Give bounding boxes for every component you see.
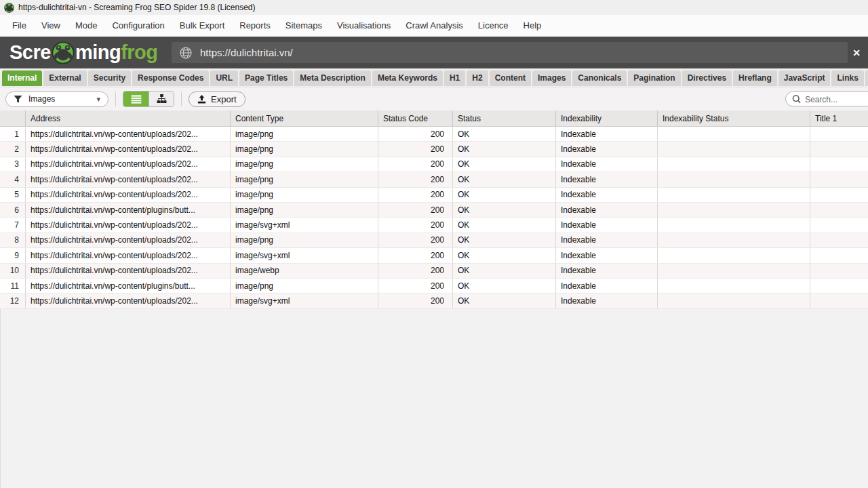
cell-status: OK [453, 172, 556, 186]
menu-item-licence[interactable]: Licence [471, 15, 516, 37]
chevron-down-icon: ▾ [96, 95, 100, 104]
menu-item-crawl-analysis[interactable]: Crawl Analysis [398, 15, 471, 37]
cell-indexability-status [658, 233, 810, 247]
cell-status-code: 200 [378, 248, 453, 262]
tab-directives[interactable]: Directives [682, 70, 732, 86]
menu-item-help[interactable]: Help [516, 15, 549, 37]
tab-images[interactable]: Images [532, 70, 571, 86]
cell-indexability-status [658, 188, 810, 202]
column-header-indexability-status[interactable]: Indexability Status [658, 110, 810, 126]
menu-item-file[interactable]: File [5, 15, 34, 37]
tab-security[interactable]: Security [88, 70, 131, 86]
cell-indexability: Indexable [556, 127, 658, 141]
table-row[interactable]: 5https://dulichtritai.vn/wp-content/uplo… [0, 188, 868, 203]
tab-amp[interactable]: AMP [865, 70, 868, 86]
export-button[interactable]: Export [189, 92, 245, 107]
cell-indexability-status [658, 157, 810, 171]
cell-status-code: 200 [378, 233, 453, 247]
table-row[interactable]: 12https://dulichtritai.vn/wp-content/upl… [0, 293, 868, 308]
toolbar-divider [181, 92, 182, 106]
cell-content-type: image/png [231, 203, 378, 217]
menu-item-mode[interactable]: Mode [68, 15, 105, 37]
tab-links[interactable]: Links [831, 70, 863, 86]
cell-status: OK [453, 264, 556, 278]
column-header-status[interactable]: Status [453, 110, 556, 126]
cell-content-type: image/png [231, 233, 378, 247]
cell-num: 5 [0, 188, 26, 202]
cell-title-1 [810, 218, 868, 232]
tab-url[interactable]: URL [210, 70, 238, 86]
column-header-indexability[interactable]: Indexability [556, 110, 658, 126]
app-window: https-dulichtritai-vn - Screaming Frog S… [0, 0, 868, 488]
tab-pagination[interactable]: Pagination [628, 70, 680, 86]
tab-meta-keywords[interactable]: Meta Keywords [372, 70, 443, 86]
cell-status: OK [453, 218, 556, 232]
close-icon[interactable]: ✕ [852, 48, 861, 58]
tab-internal[interactable]: Internal [2, 70, 42, 86]
cell-title-1 [810, 188, 868, 202]
column-header-address[interactable]: Address [26, 110, 231, 126]
cell-address: https://dulichtritai.vn/wp-content/uploa… [26, 293, 231, 308]
cell-content-type: image/svg+xml [231, 293, 378, 308]
column-header-status-code[interactable]: Status Code [378, 110, 453, 126]
tab-hreflang[interactable]: Hreflang [733, 70, 777, 86]
tab-external[interactable]: External [43, 70, 86, 86]
tab-content[interactable]: Content [490, 70, 531, 86]
table-row[interactable]: 1https://dulichtritai.vn/wp-content/uplo… [0, 127, 868, 142]
filter-dropdown[interactable]: Images ▾ [5, 92, 108, 107]
table-row[interactable]: 9https://dulichtritai.vn/wp-content/uplo… [0, 248, 868, 263]
menu-item-bulk-export[interactable]: Bulk Export [172, 15, 232, 37]
column-header-row-number[interactable] [0, 110, 26, 126]
cell-indexability-status [658, 293, 810, 308]
list-view-button[interactable] [123, 92, 149, 106]
tab-h1[interactable]: H1 [444, 70, 465, 86]
tab-response-codes[interactable]: Response Codes [132, 70, 209, 86]
menu-item-view[interactable]: View [34, 15, 68, 37]
cell-title-1 [810, 157, 868, 171]
cell-num: 4 [0, 172, 26, 186]
search-input[interactable] [805, 94, 863, 104]
tab-meta-description[interactable]: Meta Description [294, 70, 371, 86]
toolbar-divider [115, 92, 116, 106]
menu-bar: FileViewModeConfigurationBulk ExportRepo… [0, 15, 868, 37]
content-empty-area [0, 309, 868, 488]
menu-item-configuration[interactable]: Configuration [104, 15, 172, 37]
table-row[interactable]: 4https://dulichtritai.vn/wp-content/uplo… [0, 172, 868, 187]
cell-indexability: Indexable [556, 203, 658, 217]
logo-text-accent: frog [121, 43, 157, 62]
column-header-title-1[interactable]: Title 1 [810, 110, 868, 126]
cell-content-type: image/svg+xml [231, 248, 378, 262]
cell-num: 11 [0, 279, 26, 293]
export-button-label: Export [211, 94, 237, 104]
cell-title-1 [810, 248, 868, 262]
column-header-content-type[interactable]: Content Type [231, 110, 378, 126]
table-row[interactable]: 3https://dulichtritai.vn/wp-content/uplo… [0, 157, 868, 172]
table-row[interactable]: 11https://dulichtritai.vn/wp-content/plu… [0, 279, 868, 293]
tab-javascript[interactable]: JavaScript [778, 70, 831, 86]
table-row[interactable]: 2https://dulichtritai.vn/wp-content/uplo… [0, 142, 868, 157]
table-row[interactable]: 10https://dulichtritai.vn/wp-content/upl… [0, 264, 868, 279]
cell-content-type: image/svg+xml [231, 218, 378, 232]
logo-text-mid: ming [75, 43, 121, 62]
table-row[interactable]: 6https://dulichtritai.vn/wp-content/plug… [0, 203, 868, 218]
menu-item-reports[interactable]: Reports [232, 15, 278, 37]
cell-num: 10 [0, 264, 26, 278]
tab-h2[interactable]: H2 [467, 70, 488, 86]
table-row[interactable]: 7https://dulichtritai.vn/wp-content/uplo… [0, 218, 868, 232]
cell-indexability: Indexable [556, 279, 658, 293]
tab-page-titles[interactable]: Page Titles [239, 70, 293, 86]
title-bar: https-dulichtritai-vn - Screaming Frog S… [0, 0, 868, 15]
menu-item-visualisations[interactable]: Visualisations [330, 15, 398, 37]
menu-item-sitemaps[interactable]: Sitemaps [278, 15, 330, 37]
crawl-url-input[interactable] [200, 47, 840, 58]
tab-canonicals[interactable]: Canonicals [572, 70, 627, 86]
cell-address: https://dulichtritai.vn/wp-content/uploa… [26, 264, 231, 278]
tree-view-button[interactable] [149, 92, 174, 106]
cell-indexability-status [658, 279, 810, 293]
cell-title-1 [810, 203, 868, 217]
table-row[interactable]: 8https://dulichtritai.vn/wp-content/uplo… [0, 233, 868, 248]
cell-indexability-status [658, 172, 810, 186]
cell-content-type: image/png [231, 142, 378, 156]
cell-status: OK [453, 188, 556, 202]
cell-content-type: image/png [231, 172, 378, 186]
